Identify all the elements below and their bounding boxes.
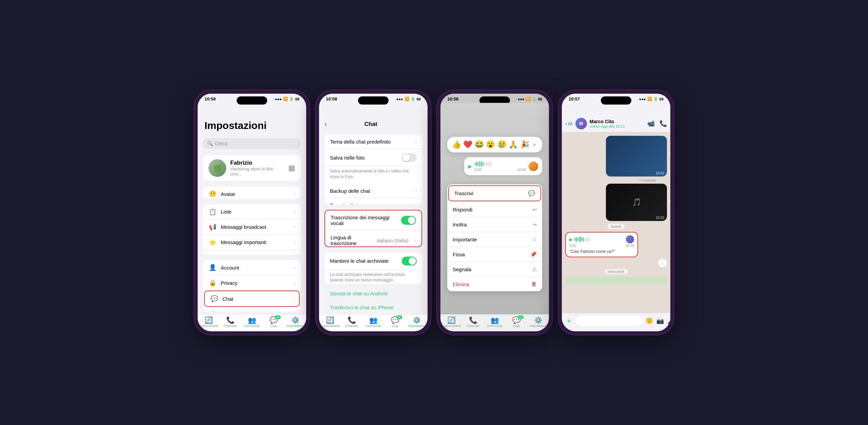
video-call-icon[interactable]: 📹 [647,120,655,127]
nav3-label-impostazioni: Impostazioni [530,324,547,328]
phone1: 10:58 ●●● 🛜 🔋 69 Impostazioni 🔍 Cerca 🌿 … [194,90,310,335]
phone2: 10:58 ●●● 🛜 🔋 69 ‹ Chat Tema della chat … [316,90,431,335]
broadcast-icon: 📢 [209,223,217,231]
scroll-down-btn[interactable]: ↓ [658,259,667,267]
toggle-archiviate[interactable] [402,257,417,265]
nav3-icon-community: 👥 [491,317,499,324]
row-backup[interactable]: Backup delle chat › [324,184,422,198]
row-important[interactable]: ⭐ Messaggi importanti › [203,235,301,250]
row-account[interactable]: 👤 Account › [203,260,301,275]
icon-inoltra: ↪ [532,221,537,228]
nav3-chat[interactable]: 💬 34 Chat [506,317,527,328]
outgoing-image: 16:02 ↪ [606,136,667,177]
share-btn-1[interactable]: ↪ [670,149,670,158]
row-archiviate[interactable]: Mantieni le chat archiviate [324,253,422,270]
message-input[interactable] [575,316,643,326]
nav2-impostazioni[interactable]: ⚙️ Impostazioni [406,317,428,328]
voice-call-icon[interactable]: 📞 [659,120,667,127]
toggle-salva[interactable] [402,153,417,162]
nav2-chiamate[interactable]: 📞 Chiamate [341,317,362,328]
sticker-icon[interactable]: 🙂 [646,317,653,325]
nav3-icon-aggiornamenti: 🔄 [447,317,456,324]
nav3-chiamate[interactable]: 📞 Chiamate [462,317,484,328]
row-broadcast[interactable]: 📢 Messaggi broadcast › [203,220,301,235]
row-notifiche[interactable]: 🔔 Notifiche › [203,307,301,312]
emoji-party[interactable]: 🎉 [520,140,529,149]
time-4: 10:57 [569,96,580,101]
forward-icon: ↪ [638,178,642,182]
row-esporta[interactable]: Esporta chat › [324,198,422,205]
row-devices[interactable]: 🖥 Dispositivi collegati › [203,250,301,255]
label-trascrivi: Trascrivi [454,190,528,196]
nav2-aggiornamenti[interactable]: 🔄 Aggiornamenti [319,317,341,328]
emoji-wow[interactable]: 😮 [486,140,495,149]
nav2-chat[interactable]: 💬 34 Chat [384,317,406,328]
qr-icon[interactable]: ▦ [288,164,295,172]
nav-community[interactable]: 👥 Community [241,317,263,328]
nav3-impostazioni[interactable]: ⚙️ Impostazioni [527,317,549,328]
link-iphone[interactable]: Trasferisci le chat su iPhone [324,300,422,314]
context-segnala[interactable]: Segnala ⚠ [447,262,542,277]
nav-aggiornamenti[interactable]: 🔄 Aggiornamenti [198,317,219,328]
nav-impostazioni[interactable]: ⚙️ Impostazioni [284,317,306,328]
context-importante[interactable]: Importante ☆ [447,232,542,247]
chat-back-btn[interactable]: ‹ 34 [565,121,573,127]
link-android[interactable]: Sposta le chat su Android [324,287,422,300]
green-links-2: Trasferisci le chat su iPhone [324,300,422,314]
context-rispondi[interactable]: Rispondi ↩ [447,202,542,217]
row-liste[interactable]: 📋 Liste › [203,204,301,220]
label-tema: Tema della chat predefinito [330,139,411,145]
nav3-badge-chat: 34 [518,315,524,319]
chevron-icon: › [294,224,295,229]
profile-sub: Vanishing atom in this univ... [230,166,284,177]
context-elimina[interactable]: Elimina 🗑 [447,277,542,291]
play-icon[interactable]: ▶ [468,164,472,169]
search-bar[interactable]: 🔍 Cerca [203,138,301,149]
row-tema[interactable]: Tema della chat predefinito › [324,135,422,149]
nav3-aggiornamenti[interactable]: 🔄 Aggiornamenti [440,317,462,328]
row-privacy[interactable]: 🔒 Privacy › [203,275,301,291]
emoji-laugh[interactable]: 😂 [475,140,484,149]
row-label-avatar: Avatar [221,191,290,197]
label-importante: Importante [453,237,532,242]
row-avatar[interactable]: 😶 Avatar › [203,186,301,199]
toggle-knob-salva [402,154,410,161]
nav2-label-chat: Chat [392,325,398,328]
row-salva[interactable]: Salva nelle foto [324,149,422,166]
chevron-backup: › [415,188,417,193]
emoji-pray[interactable]: 🙏 [509,140,518,149]
emoji-heart[interactable]: ❤️ [463,140,472,149]
nav2-community[interactable]: 👥 Community [362,317,384,328]
nav-chiamate[interactable]: 📞 Chiamate [219,317,241,328]
camera-icon[interactable]: 📷 [656,317,664,325]
phone4: 10:57 ●●● 🛜 🔋 69 ‹ 34 M Marco Cito onlin… [558,90,674,335]
context-trascrivi[interactable]: Trascrivi 💬 [449,186,540,201]
context-inoltra[interactable]: Inoltra ↪ [447,217,542,232]
mic-icon[interactable]: 🎤 [667,317,670,325]
nav-icon-aggiornamenti: 🔄 [204,317,213,324]
profile-row[interactable]: 🌿 Fabrizio Vanishing atom in this univ..… [203,155,301,181]
section-account: 👤 Account › 🔒 Privacy › 💬 Chat › 🔔 Notif… [203,260,301,312]
voice-timestamp-4: 16:29 [626,244,634,248]
toggle-trascrizione[interactable] [401,216,416,225]
emoji-thumbsup[interactable]: 👍 [452,140,461,149]
chevron-icon: › [294,209,295,214]
emoji-sad[interactable]: 😢 [497,140,507,149]
back-button[interactable]: ‹ [324,120,327,129]
nav-chat[interactable]: 💬 34 Chat [263,317,284,328]
row-label-broadcast: Messaggi broadcast [221,224,290,230]
row-chat[interactable]: 💬 Chat › [204,291,300,307]
add-attachment-btn[interactable]: ＋ [565,316,573,326]
nav3-label-chat: Chat [513,325,519,328]
row-label-important: Messaggi importanti [221,239,290,245]
context-fissa[interactable]: Fissa 📌 [447,247,542,262]
play-btn-4[interactable]: ▶ [569,237,573,242]
emoji-add-icon[interactable]: ＋ [531,141,537,149]
nav-badge-chat: 💬 34 [270,317,278,324]
share-btn-2[interactable]: ↪ [670,197,670,205]
row-trascrizione[interactable]: Trascrizione dei messaggi vocali [325,210,421,230]
signal-icon-4: ●●● [639,97,646,101]
row-lingua[interactable]: Lingua di trascrizione italiano (Italia)… [325,230,421,247]
nav3-community[interactable]: 👥 Community [484,317,506,328]
important-icon: ⭐ [209,239,217,246]
